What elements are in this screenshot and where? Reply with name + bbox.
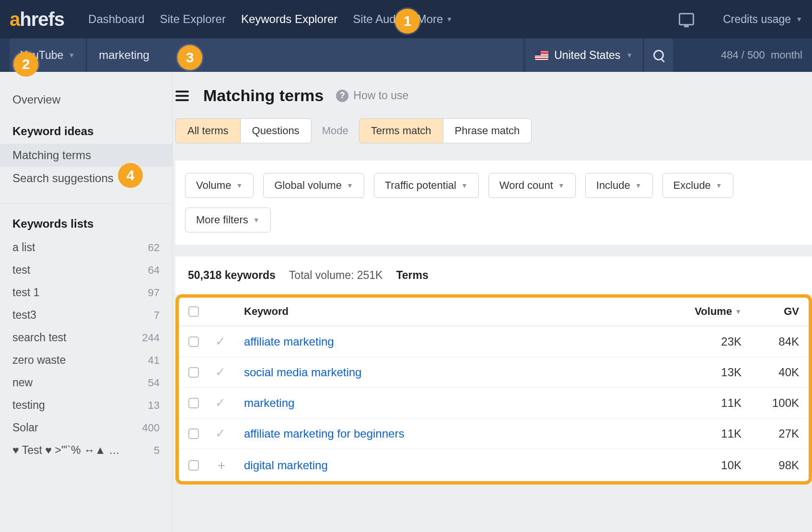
content: Matching terms ? How to use All terms Qu…: [173, 72, 812, 532]
credits-usage[interactable]: Credits usage ▼: [723, 13, 802, 26]
list-name: test 1: [12, 286, 39, 299]
how-to-use[interactable]: ? How to use: [336, 89, 408, 102]
search-button[interactable]: [644, 38, 673, 72]
keyword-table: Keyword Volume ▼ GV ✓affiliate marketing…: [175, 294, 812, 485]
sidebar-list-item[interactable]: test 197: [0, 281, 172, 304]
nav-site-explorer[interactable]: Site Explorer: [160, 12, 225, 26]
quota-used: 484: [721, 49, 739, 61]
sidebar-search-suggestions[interactable]: Search suggestions: [0, 167, 172, 190]
search-icon: [653, 50, 664, 60]
list-name: ♥ Test ♥ >'"`% ↔▲ …: [12, 444, 120, 457]
nav-site-audit[interactable]: Site Audit: [353, 12, 401, 26]
filter-global-volume[interactable]: Global volume▼: [263, 173, 364, 198]
search-field[interactable]: [87, 38, 523, 72]
sidebar-list-item[interactable]: Solar400: [0, 416, 172, 439]
quota-total: 500: [747, 49, 765, 61]
chevron-down-icon: ▼: [461, 182, 468, 189]
tab-phrase-match[interactable]: Phrase match: [443, 118, 532, 143]
table-row: ✓affiliate marketing23K84K: [179, 326, 809, 357]
sidebar-list-item[interactable]: ♥ Test ♥ >'"`% ↔▲ …5: [0, 439, 172, 462]
select-all-checkbox[interactable]: [188, 306, 199, 317]
sidebar-list-item[interactable]: test64: [0, 259, 172, 281]
tab-questions[interactable]: Questions: [241, 118, 312, 143]
row-checkbox[interactable]: [188, 428, 199, 439]
sidebar-list-item[interactable]: a list62: [0, 236, 172, 259]
tab-all-terms[interactable]: All terms: [175, 118, 241, 143]
filter-include[interactable]: Include▼: [585, 173, 653, 198]
nav-more[interactable]: More ▼: [417, 12, 453, 26]
list-name: testing: [12, 399, 45, 412]
quota-sep: /: [742, 49, 744, 61]
check-icon[interactable]: ✓: [215, 395, 226, 410]
filter-word-count[interactable]: Word count▼: [488, 173, 576, 198]
sidebar-matching-terms[interactable]: Matching terms: [0, 144, 172, 167]
list-count: 400: [142, 422, 160, 434]
filter-label: Traffic potential: [385, 179, 456, 192]
tab-terms-match[interactable]: Terms match: [359, 118, 443, 143]
list-count: 5: [154, 444, 160, 457]
nav-keywords-explorer[interactable]: Keywords Explorer: [241, 12, 337, 26]
list-count: 62: [148, 242, 160, 254]
filter-exclude[interactable]: Exclude▼: [662, 173, 733, 198]
row-checkbox[interactable]: [188, 398, 199, 408]
sidebar-overview[interactable]: Overview: [0, 88, 172, 111]
gv-cell: 27K: [742, 427, 799, 440]
chevron-down-icon: ▼: [253, 216, 260, 224]
nav-dashboard[interactable]: Dashboard: [88, 12, 144, 26]
filter-traffic-potential[interactable]: Traffic potential▼: [374, 173, 479, 198]
tab-row: All terms Questions Mode Terms match Phr…: [175, 118, 812, 143]
check-icon[interactable]: ✓: [215, 365, 226, 379]
country-select[interactable]: United States ▼: [525, 38, 642, 72]
gv-cell: 40K: [742, 366, 799, 379]
logo-hrefs: hrefs: [20, 9, 64, 30]
total-volume: Total volume: 251K: [289, 269, 383, 282]
list-name: a list: [12, 241, 35, 254]
check-icon[interactable]: ✓: [215, 334, 226, 348]
chevron-down-icon: ▼: [347, 182, 353, 189]
row-checkbox[interactable]: [188, 367, 199, 378]
col-keyword[interactable]: Keyword: [244, 305, 674, 318]
row-checkbox[interactable]: [188, 336, 199, 347]
table-row: ✓marketing11K100K: [179, 387, 809, 418]
col-gv[interactable]: GV: [742, 305, 799, 318]
sidebar-list-item[interactable]: new54: [0, 371, 172, 394]
menu-icon[interactable]: [175, 91, 189, 101]
chevron-down-icon: ▼: [68, 51, 75, 59]
list-count: 64: [148, 264, 160, 277]
sidebar-list-item[interactable]: testing13: [0, 394, 172, 416]
sidebar-list-item[interactable]: test37: [0, 304, 172, 326]
howto-label: How to use: [353, 89, 408, 102]
sidebar-heading-ideas: Keyword ideas: [0, 111, 172, 144]
volume-cell: 10K: [674, 459, 742, 472]
gv-cell: 100K: [742, 396, 799, 410]
filter-more-filters[interactable]: More filters▼: [185, 208, 271, 232]
chevron-down-icon: ▼: [635, 182, 642, 189]
logo-a: a: [10, 9, 20, 30]
plus-icon[interactable]: ＋: [215, 458, 228, 472]
keyword-link[interactable]: marketing: [244, 396, 294, 409]
keyword-link[interactable]: affiliate marketing for beginners: [244, 427, 404, 440]
terms-label[interactable]: Terms: [396, 269, 428, 282]
volume-cell: 11K: [674, 427, 742, 440]
logo[interactable]: ahrefs: [10, 9, 64, 30]
list-name: search test: [12, 331, 67, 344]
chevron-down-icon: ▼: [626, 51, 633, 59]
volume-cell: 23K: [674, 335, 742, 348]
check-icon[interactable]: ✓: [215, 426, 226, 440]
monitor-icon[interactable]: [679, 13, 694, 25]
col-volume[interactable]: Volume ▼: [674, 305, 742, 318]
list-name: zero waste: [12, 354, 66, 367]
search-input[interactable]: [99, 48, 512, 62]
list-name: test: [12, 264, 30, 277]
keyword-link[interactable]: affiliate marketing: [244, 335, 334, 348]
filter-volume[interactable]: Volume▼: [185, 173, 254, 198]
sidebar-list-item[interactable]: zero waste41: [0, 349, 172, 371]
keyword-link[interactable]: digital marketing: [244, 459, 328, 472]
filter-label: Include: [596, 179, 630, 192]
chevron-down-icon: ▼: [558, 182, 565, 189]
row-checkbox[interactable]: [188, 460, 199, 471]
keyword-link[interactable]: social media marketing: [244, 366, 361, 379]
list-name: new: [12, 376, 33, 389]
sidebar-list-item[interactable]: search test244: [0, 326, 172, 349]
us-flag-icon: [535, 50, 548, 60]
